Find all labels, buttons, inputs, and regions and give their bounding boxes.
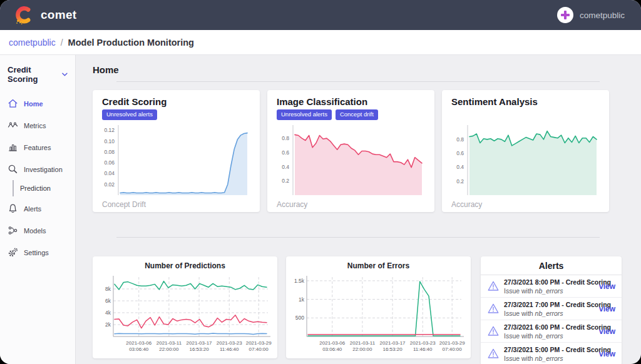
svg-text:0.02: 0.02 <box>104 181 115 188</box>
sparkline-svg: 0.20.40.60.8 <box>277 124 424 198</box>
sidebar-item-settings[interactable]: Settings <box>0 241 75 263</box>
svg-text:6k: 6k <box>105 298 111 304</box>
sidebar-item-label: Settings <box>24 249 49 256</box>
user-avatar <box>557 7 573 23</box>
svg-text:8k: 8k <box>105 286 111 292</box>
svg-text:0.6: 0.6 <box>456 150 464 156</box>
svg-text:1k: 1k <box>299 296 305 303</box>
alert-view-link[interactable]: view <box>597 327 617 336</box>
warning-icon <box>487 325 500 337</box>
sidebar-item-label: Metrics <box>24 122 46 129</box>
gear-icon <box>8 247 18 258</box>
warning-icon <box>487 303 500 315</box>
models-icon <box>8 225 18 236</box>
alert-title: 27/3/2021 5:00 PM - Credit Scoring <box>504 346 597 353</box>
model-card-sentiment-analysis[interactable]: Sentiment Analysis 0.20.40.60.8 Accuracy <box>442 90 609 212</box>
status-badge: Unresolved alerts <box>102 109 157 120</box>
svg-text:2021-03-06: 2021-03-06 <box>319 340 345 346</box>
alert-view-link[interactable]: view <box>597 305 617 313</box>
sidebar-item-home[interactable]: Home <box>0 93 75 114</box>
sidebar-item-investigation[interactable]: Investigation <box>0 158 75 180</box>
svg-text:2021-03-06: 2021-03-06 <box>126 340 151 346</box>
bottom-row: Number of Predictions 2k4k6k8k2021-03-06… <box>93 256 641 364</box>
alert-issue: Issue with nb_errors <box>504 332 597 340</box>
svg-text:0.4: 0.4 <box>282 164 289 170</box>
svg-text:2021-03-29: 2021-03-29 <box>246 340 272 346</box>
svg-text:07:40:00: 07:40:00 <box>443 346 463 352</box>
svg-text:2021-03-11: 2021-03-11 <box>350 340 376 346</box>
alert-row: 27/3/2021 8:00 PM - Credit ScoringIssue … <box>481 275 622 298</box>
svg-text:0.2: 0.2 <box>282 178 289 184</box>
svg-text:11:46:40: 11:46:40 <box>413 346 433 352</box>
alerts-list: 27/3/2021 8:00 PM - Credit ScoringIssue … <box>481 275 622 364</box>
predictions-chart-card: Number of Predictions 2k4k6k8k2021-03-06… <box>93 256 277 358</box>
svg-text:1.5k: 1.5k <box>294 278 305 284</box>
sidebar-item-prediction[interactable]: Prediction <box>13 180 75 196</box>
svg-text:0.8: 0.8 <box>456 136 464 143</box>
warning-icon <box>487 280 500 292</box>
chart-metric-label: Accuracy <box>451 200 600 209</box>
svg-text:22:00:00: 22:00:00 <box>352 346 372 352</box>
sidebar-item-metrics[interactable]: Metrics <box>0 114 75 136</box>
alert-view-link[interactable]: view <box>597 350 617 358</box>
svg-text:0.06: 0.06 <box>104 159 115 166</box>
sidebar-item-label: Investigation <box>24 166 63 173</box>
svg-text:500: 500 <box>295 315 304 321</box>
bell-icon <box>8 203 18 214</box>
chart-title: Number of Errors <box>290 261 467 270</box>
svg-text:0.4: 0.4 <box>456 164 464 170</box>
sidebar-item-label: Prediction <box>20 185 51 192</box>
badge-row: Unresolved alertsConcept drift <box>277 109 425 120</box>
breadcrumb: cometpublic / Model Production Monitorin… <box>0 30 641 55</box>
card-title: Sentiment Analysis <box>451 96 600 107</box>
svg-text:03:06:40: 03:06:40 <box>322 346 342 352</box>
chevron-down-icon <box>62 73 68 77</box>
model-selector[interactable]: Credit Scoring <box>0 63 75 93</box>
svg-text:2021-03-23: 2021-03-23 <box>410 340 436 346</box>
svg-text:0.10: 0.10 <box>104 138 115 144</box>
svg-text:0.08: 0.08 <box>104 149 115 155</box>
model-card-image-classification[interactable]: Image Classification Unresolved alertsCo… <box>267 90 434 212</box>
alert-view-link[interactable]: view <box>597 282 617 291</box>
user-menu[interactable]: cometpublic <box>557 7 625 23</box>
divider <box>116 237 600 238</box>
svg-text:2k: 2k <box>105 321 111 328</box>
model-cards-row: Credit Scoring Unresolved alerts 0.020.0… <box>93 90 641 212</box>
svg-text:0.8: 0.8 <box>282 135 289 141</box>
alert-issue: Issue with nb_errors <box>504 287 597 295</box>
svg-text:0.2: 0.2 <box>456 178 464 185</box>
alert-issue: Issue with nb_errors <box>504 310 597 317</box>
svg-text:16:53:20: 16:53:20 <box>190 346 210 352</box>
status-badge: Concept drift <box>336 109 378 120</box>
errors-chart-card: Number of Errors 5001k1.5k2021-03-0603:0… <box>286 256 471 358</box>
features-icon <box>8 142 18 153</box>
sidebar-item-features[interactable]: Features <box>0 136 75 158</box>
svg-text:0.04: 0.04 <box>104 170 115 176</box>
line-chart-svg: 5001k1.5k2021-03-0603:06:402021-03-1122:… <box>290 271 466 357</box>
svg-text:16:53:20: 16:53:20 <box>383 346 403 352</box>
logo-text: comet <box>41 8 76 22</box>
avatar-identicon <box>557 7 573 23</box>
divider <box>116 81 600 82</box>
badge-row <box>451 109 600 120</box>
breadcrumb-project-link[interactable]: cometpublic <box>9 38 56 48</box>
alerts-panel: Alerts 27/3/2021 8:00 PM - Credit Scorin… <box>481 256 622 364</box>
accuracy-chart: 0.20.40.60.8 <box>451 124 600 198</box>
chart-title: Number of Predictions <box>96 261 274 270</box>
model-selector-label: Credit Scoring <box>8 65 57 84</box>
breadcrumb-current-page: Model Production Monitoring <box>68 38 194 48</box>
chart-metric-label: Accuracy <box>277 200 425 209</box>
sidebar-item-alerts[interactable]: Alerts <box>0 198 75 220</box>
page-title: Home <box>93 64 641 75</box>
sidebar-item-models[interactable]: Models <box>0 220 75 241</box>
model-card-credit-scoring[interactable]: Credit Scoring Unresolved alerts 0.020.0… <box>93 90 260 212</box>
svg-text:0.12: 0.12 <box>104 127 115 133</box>
alert-title: 27/3/2021 8:00 PM - Credit Scoring <box>504 278 597 286</box>
chart-metric-label: Concept Drift <box>102 200 250 209</box>
line-chart-svg: 2k4k6k8k2021-03-0603:06:402021-03-1122:0… <box>96 271 272 357</box>
username: cometpublic <box>580 11 625 20</box>
app-window: comet cometpublic cometpublic / Model Pr… <box>0 0 641 364</box>
comet-logo[interactable]: comet <box>14 4 76 26</box>
breadcrumb-separator: / <box>61 38 63 48</box>
sidebar-item-label: Home <box>24 100 43 108</box>
